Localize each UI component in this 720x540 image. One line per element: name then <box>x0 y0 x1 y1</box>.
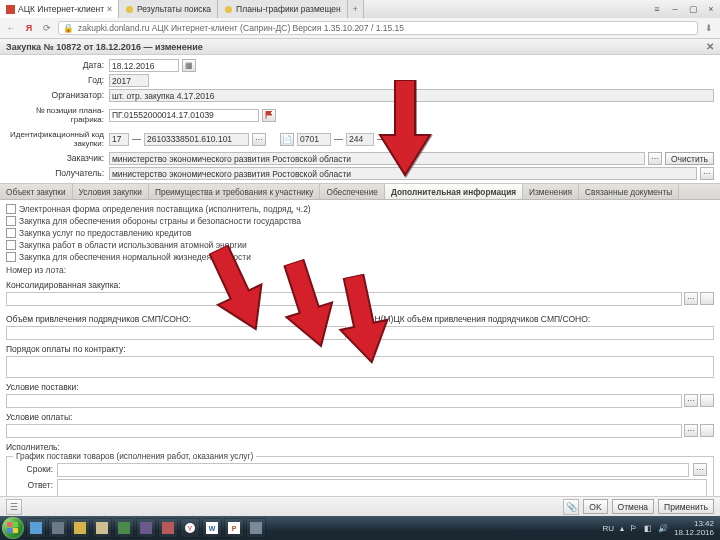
checkbox[interactable] <box>6 204 16 214</box>
tab-changes[interactable]: Изменения <box>523 184 579 199</box>
year-input[interactable]: 2017 <box>109 74 149 87</box>
sroki-input[interactable] <box>57 463 689 477</box>
checkbox[interactable] <box>6 252 16 262</box>
menu-icon[interactable]: ≡ <box>648 4 666 14</box>
task-icon[interactable]: P <box>224 518 244 538</box>
task-icon[interactable] <box>114 518 134 538</box>
tab-requirements[interactable]: Преимущества и требования к участнику <box>149 184 321 199</box>
tab-object[interactable]: Объект закупки <box>0 184 73 199</box>
tray-sound-icon[interactable]: 🔊 <box>658 524 668 533</box>
document-title-bar: Закупка № 10872 от 18.12.2016 — изменени… <box>0 39 720 55</box>
tab-related-docs[interactable]: Связанные документы <box>579 184 679 199</box>
maximize-icon[interactable]: ▢ <box>684 4 702 14</box>
tab-title: АЦК Интернет-клиент <box>18 4 104 14</box>
task-icon[interactable]: Y <box>180 518 200 538</box>
ikz-input-2[interactable]: 26103338501.610.101 <box>144 133 249 146</box>
minimize-icon[interactable]: – <box>666 4 684 14</box>
cancel-button[interactable]: Отмена <box>612 499 655 514</box>
browser-tab-2[interactable]: Результаты поиска <box>119 0 218 18</box>
task-icon[interactable]: W <box>202 518 222 538</box>
url-input[interactable]: 🔒 zakupki.donland.ru АЦК Интернет-клиент… <box>58 21 698 35</box>
uslovie-post-input[interactable] <box>6 394 682 408</box>
close-document-icon[interactable]: ✕ <box>706 41 714 52</box>
tab-additional-info[interactable]: Дополнительная информация <box>385 184 523 199</box>
downloads-icon[interactable]: ⬇ <box>702 21 716 35</box>
ikz-input-4[interactable]: 244 <box>346 133 374 146</box>
tab-conditions[interactable]: Условия закупки <box>73 184 149 199</box>
volume-smp-input[interactable] <box>6 326 346 340</box>
apply-button[interactable]: Применить <box>658 499 714 514</box>
lookup-icon[interactable]: ⋯ <box>684 424 698 437</box>
ikz-input-3[interactable]: 0701 <box>297 133 331 146</box>
zakazchik-input[interactable]: министерство экономического развития Рос… <box>109 152 645 165</box>
task-icon[interactable] <box>92 518 112 538</box>
actions-menu-icon[interactable]: ☰ <box>6 499 22 515</box>
copy-icon[interactable]: 📄 <box>280 133 294 146</box>
checkbox[interactable] <box>6 216 16 226</box>
clear-button[interactable]: Очистить <box>665 152 714 165</box>
lookup-icon[interactable]: ⋯ <box>648 152 662 165</box>
yandex-icon[interactable]: Я <box>22 21 36 35</box>
svg-rect-13 <box>162 522 174 534</box>
svg-rect-5 <box>7 528 12 533</box>
date-input[interactable]: 18.12.2016 <box>109 59 179 72</box>
attachment-icon[interactable]: 📎 <box>563 499 579 515</box>
lookup-icon[interactable]: ⋯ <box>684 394 698 407</box>
task-icon[interactable] <box>246 518 266 538</box>
ikz-input-1[interactable]: 17 <box>109 133 129 146</box>
tab-security[interactable]: Обеспечение <box>320 184 384 199</box>
ok-button[interactable]: OK <box>583 499 607 514</box>
clear-icon[interactable] <box>700 394 714 407</box>
svg-rect-7 <box>30 522 42 534</box>
lookup-icon[interactable]: ⋯ <box>693 463 707 476</box>
checkbox[interactable] <box>6 228 16 238</box>
check-label: Электронная форма определения поставщика… <box>19 204 311 214</box>
task-icon[interactable] <box>158 518 178 538</box>
reload-icon[interactable]: ⟳ <box>40 21 54 35</box>
pos-input[interactable]: ПГ.01552000014.17.01039 <box>109 109 259 122</box>
label-otvet: Ответ: <box>13 479 53 490</box>
label-volume-smp-percent: % от Н(М)ЦК объём привлечения подрядчико… <box>354 314 714 324</box>
lookup-icon[interactable]: ⋯ <box>700 167 714 180</box>
tab-title: Планы-графики размещен <box>236 4 341 14</box>
task-icon[interactable] <box>48 518 68 538</box>
back-icon[interactable]: ← <box>4 21 18 35</box>
close-icon[interactable]: × <box>107 4 112 14</box>
lookup-icon[interactable]: ⋯ <box>684 292 698 305</box>
checkbox[interactable] <box>6 240 16 250</box>
tray-network-icon[interactable]: ◧ <box>644 524 652 533</box>
label-nomer-lota: Номер из лота: <box>6 265 66 275</box>
svg-rect-8 <box>52 522 64 534</box>
close-window-icon[interactable]: × <box>702 4 720 14</box>
tray-clock[interactable]: 13:42 18.12.2016 <box>674 519 714 537</box>
label-pos: № позиции плана-графика: <box>6 106 106 124</box>
browser-tab-1[interactable]: АЦК Интернет-клиент × <box>0 0 119 18</box>
svg-rect-3 <box>7 522 12 527</box>
volume-smp-percent-input[interactable] <box>354 326 714 340</box>
favicon-icon <box>125 5 134 14</box>
calendar-icon[interactable]: ▦ <box>182 59 196 72</box>
svg-text:Y: Y <box>187 524 193 533</box>
tray-flag-icon[interactable]: 🏳 <box>630 524 638 533</box>
clear-icon[interactable] <box>700 292 714 305</box>
search-ikz-icon[interactable]: ⋯ <box>252 133 266 146</box>
flag-icon[interactable] <box>262 109 276 122</box>
new-tab-button[interactable]: + <box>348 0 364 18</box>
task-icon[interactable] <box>136 518 156 538</box>
task-icon[interactable] <box>70 518 90 538</box>
tray-up-icon[interactable]: ▴ <box>620 524 624 533</box>
start-button[interactable] <box>2 517 24 539</box>
org-input[interactable]: шт. отр. закупка 4.17.2016 <box>109 89 714 102</box>
system-tray: RU ▴ 🏳 ◧ 🔊 13:42 18.12.2016 <box>602 519 718 537</box>
poryadok-input[interactable] <box>6 356 714 378</box>
tray-lang[interactable]: RU <box>602 524 614 533</box>
svg-rect-10 <box>96 522 108 534</box>
check-label: Закупка для обеспечения нормальной жизне… <box>19 252 251 262</box>
poluchatel-input[interactable]: министерство экономического развития Рос… <box>109 167 697 180</box>
uslovie-opl-input[interactable] <box>6 424 682 438</box>
label-uslovie-opl: Условие оплаты: <box>6 412 714 422</box>
browser-tab-3[interactable]: Планы-графики размещен <box>218 0 348 18</box>
task-icon[interactable] <box>26 518 46 538</box>
clear-icon[interactable] <box>700 424 714 437</box>
consolidated-input[interactable] <box>6 292 682 306</box>
